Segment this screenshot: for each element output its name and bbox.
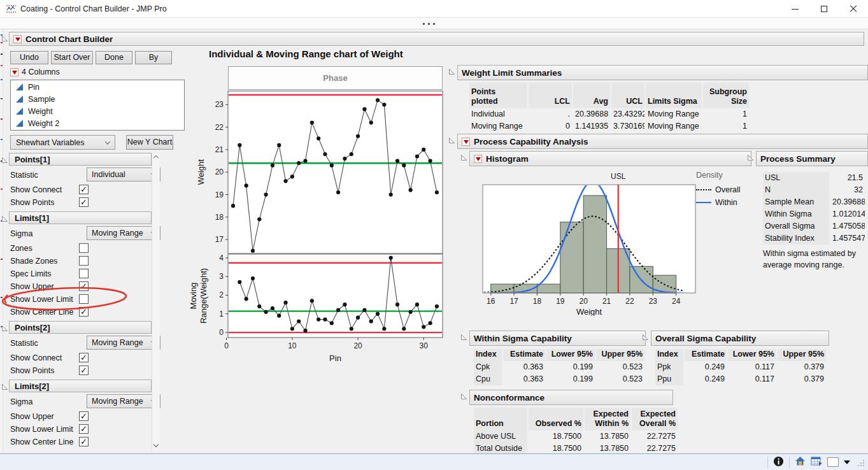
control-chart-builder-header: Control Chart Builder (9, 32, 864, 46)
disclosure-icon[interactable] (1, 383, 8, 390)
table-row: Cpu0.3630.1990.523 (474, 373, 646, 385)
show-center-line-checkbox[interactable] (79, 437, 89, 446)
dropdown-arrow-icon[interactable] (844, 460, 850, 464)
red-triangle-menu-icon[interactable] (462, 138, 470, 146)
row-sigma: SigmaMoving Range (9, 226, 152, 241)
row-statistic: StatisticIndividual (9, 167, 152, 182)
by-button[interactable]: By (135, 51, 172, 64)
svg-text:0: 0 (219, 328, 224, 337)
ellipsis-icon[interactable] (423, 23, 435, 25)
column-item-sample[interactable]: Sample (11, 93, 184, 105)
show-lower-limit-checkbox[interactable] (79, 294, 89, 304)
section-header-points-1: Points[1] (9, 153, 152, 166)
row-show-upper: Show Upper (9, 280, 152, 292)
panel-scrollbar[interactable] (152, 153, 160, 451)
legend-title: Density (696, 171, 741, 180)
statistic-dropdown-1[interactable]: Individual (87, 167, 160, 182)
svg-text:17: 17 (509, 297, 518, 306)
scroll-up-icon[interactable] (153, 155, 159, 160)
resize-grip[interactable] (857, 459, 864, 466)
minimize-button[interactable] (780, 0, 809, 18)
column-item-weight[interactable]: Weight (11, 105, 184, 117)
sigma-dropdown-2[interactable]: Moving Range (87, 226, 160, 240)
disclosure-icon[interactable] (1, 325, 8, 332)
disclosure-icon[interactable] (448, 137, 455, 144)
row-statistic: StatisticMoving Range (9, 336, 152, 350)
shade-zones-checkbox[interactable] (79, 256, 89, 266)
new-y-chart-button[interactable]: New Y Chart (126, 135, 173, 150)
red-triangle-menu-icon[interactable] (474, 155, 482, 163)
phase-drop-zone[interactable]: Phase (228, 66, 443, 90)
disclosure-icon[interactable] (1, 157, 8, 164)
show-connect-checkbox[interactable] (79, 353, 89, 362)
data-table-icon[interactable] (811, 456, 822, 468)
blank-box[interactable] (827, 457, 839, 467)
spec-limits-checkbox[interactable] (79, 269, 89, 278)
column-item-pin[interactable]: Pin (11, 81, 184, 93)
overall-curve-swatch (696, 189, 711, 190)
imr-chart[interactable]: 17181920212223Weight01234MovingRange(Wei… (190, 89, 453, 367)
table-row: Ppu0.2490.1170.379 (655, 373, 827, 385)
row-shade-zones: Shade Zones (9, 255, 152, 267)
start-over-button[interactable]: Start Over (51, 51, 93, 64)
undo-button[interactable]: Undo (10, 51, 48, 64)
show-connect-checkbox[interactable] (79, 185, 89, 194)
row-show-connect: Show Connect (9, 352, 152, 364)
show-upper-checkbox[interactable] (79, 411, 89, 421)
histogram-header: Histogram (469, 151, 751, 166)
svg-text:22: 22 (215, 123, 224, 132)
disclosure-icon[interactable] (747, 154, 754, 161)
sigma-dropdown-4[interactable]: Moving Range (87, 394, 160, 408)
svg-text:18: 18 (533, 297, 542, 306)
disclosure-icon[interactable] (642, 334, 649, 341)
done-button[interactable]: Done (96, 51, 132, 64)
row-show-lower-limit: Show Lower Limit (9, 423, 152, 435)
jmp-app-icon (6, 4, 17, 16)
row-show-center-line: Show Center Line (9, 436, 152, 448)
status-bar (0, 453, 868, 470)
home-icon[interactable] (795, 456, 806, 468)
show-points-checkbox[interactable] (79, 197, 89, 207)
column-item-weight-2[interactable]: Weight 2 (11, 117, 184, 129)
within-curve-swatch (696, 202, 711, 203)
svg-text:24: 24 (672, 297, 681, 306)
scroll-down-icon[interactable] (153, 442, 159, 447)
disclosure-icon[interactable] (460, 154, 467, 161)
option-panels: Points[1]StatisticIndividualShow Connect… (9, 153, 152, 448)
disclosure-icon[interactable] (460, 334, 467, 341)
columns-listbox[interactable]: PinSampleWeightWeight 2 (10, 80, 185, 131)
disclosure-icon[interactable] (448, 68, 455, 75)
show-center-line-checkbox[interactable] (79, 307, 89, 317)
red-triangle-menu-icon[interactable] (10, 68, 18, 76)
table-row: USL21.5 (763, 172, 866, 184)
separator (789, 457, 790, 468)
within-capability-header: Within Sigma Capability (469, 331, 646, 346)
histogram-chart[interactable]: USL161718192021222324Weight (475, 168, 702, 316)
disclosure-icon[interactable] (1, 215, 8, 222)
table-row: Overall Sigma1.475058 (763, 220, 866, 232)
svg-text:20: 20 (215, 167, 224, 176)
table-row: Moving Range01.1419353.730169Moving Rang… (469, 120, 750, 132)
svg-text:2: 2 (219, 290, 224, 299)
disclosure-icon[interactable] (1, 35, 8, 42)
show-upper-checkbox[interactable] (79, 281, 89, 291)
row-show-upper: Show Upper (9, 410, 152, 422)
show-points-checkbox[interactable] (79, 366, 89, 375)
svg-text:19: 19 (556, 297, 565, 306)
info-icon[interactable] (773, 456, 784, 469)
maximize-button[interactable] (809, 0, 839, 18)
continuous-column-icon (16, 120, 23, 127)
svg-text:20: 20 (580, 297, 588, 306)
statistic-dropdown-3[interactable]: Moving Range (87, 336, 160, 350)
table-row: Ppk0.2490.1170.379 (655, 361, 827, 373)
disclosure-icon[interactable] (460, 393, 467, 400)
red-triangle-menu-icon[interactable] (13, 35, 22, 43)
chart-type-dropdown[interactable]: Shewhart Variables (10, 135, 115, 150)
zones-checkbox[interactable] (79, 243, 89, 253)
table-row: N32 (763, 184, 866, 196)
close-button[interactable] (839, 0, 868, 18)
table-row: Stability Index1.457547 (763, 232, 866, 245)
show-lower-limit-checkbox[interactable] (79, 424, 89, 434)
continuous-column-icon (16, 108, 23, 115)
svg-text:10: 10 (288, 341, 297, 350)
